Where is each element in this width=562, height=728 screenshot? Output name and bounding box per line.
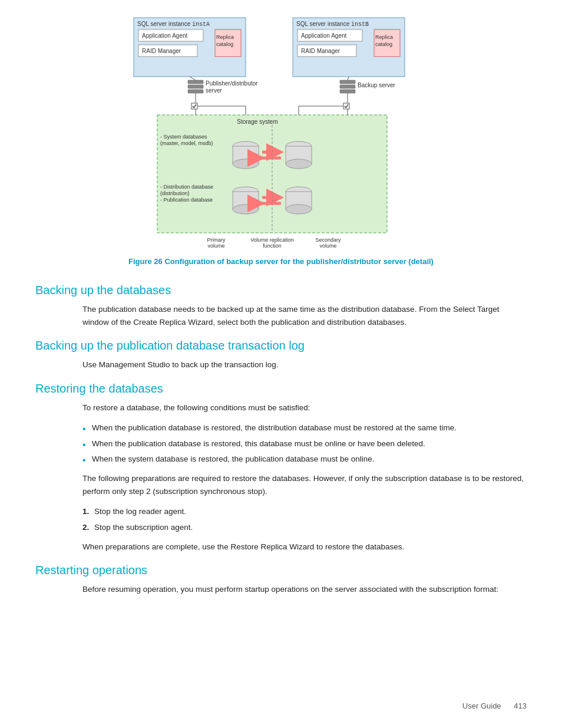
svg-text:catalog: catalog bbox=[375, 41, 392, 47]
section-body-restoring-prep: The following preparations are required … bbox=[82, 472, 527, 498]
svg-point-38 bbox=[286, 159, 312, 169]
ordered-item: 1.Stop the log reader agent. bbox=[82, 506, 527, 518]
svg-text:Application Agent: Application Agent bbox=[301, 32, 347, 39]
svg-text:Secondary: Secondary bbox=[315, 237, 341, 243]
section-restarting: Restarting operations Before resuming op… bbox=[35, 564, 527, 596]
svg-text:RAID Manager: RAID Manager bbox=[142, 48, 181, 54]
svg-point-47 bbox=[286, 205, 312, 214]
svg-line-28 bbox=[348, 77, 349, 80]
figure-caption: Figure 26 Configuration of backup server… bbox=[128, 257, 434, 266]
svg-text:Replica: Replica bbox=[216, 34, 234, 40]
svg-text:Publisher/distributor: Publisher/distributor bbox=[206, 80, 258, 87]
svg-rect-24 bbox=[340, 85, 355, 88]
svg-text:server: server bbox=[206, 87, 222, 94]
svg-text:catalog: catalog bbox=[216, 41, 233, 47]
section-body-backing-up-log: Use Management Studio to back up the tra… bbox=[82, 358, 527, 371]
svg-text:- System databases: - System databases bbox=[160, 134, 207, 140]
section-body-restoring-intro: To restore a database, the following con… bbox=[82, 401, 527, 414]
section-restoring: Restoring the databases To restore a dat… bbox=[35, 382, 527, 554]
restoring-ordered: 1.Stop the log reader agent. 2.Stop the … bbox=[82, 506, 527, 533]
svg-text:- Distribution database: - Distribution database bbox=[160, 184, 213, 190]
section-heading-restarting: Restarting operations bbox=[35, 564, 527, 577]
svg-text:(distribution): (distribution) bbox=[160, 190, 190, 196]
page-footer: User Guide 413 bbox=[462, 701, 527, 710]
footer-spacer bbox=[503, 701, 511, 710]
svg-point-44 bbox=[233, 205, 259, 214]
diagram-svg: SQL server instance instA Application Ag… bbox=[128, 12, 434, 253]
svg-text:Application Agent: Application Agent bbox=[142, 32, 188, 39]
footer-label: User Guide bbox=[462, 701, 501, 710]
svg-rect-25 bbox=[340, 90, 355, 93]
ordered-item: 2.Stop the subscription agent. bbox=[82, 522, 527, 533]
bullet-item: When the publication database is restore… bbox=[82, 422, 527, 434]
svg-text:Backup server: Backup server bbox=[358, 82, 396, 88]
svg-rect-57 bbox=[191, 103, 197, 109]
svg-line-27 bbox=[190, 77, 196, 80]
svg-rect-19 bbox=[188, 85, 203, 88]
section-heading-backing-up: Backing up the databases bbox=[35, 284, 527, 297]
bullet-item: When the publication database is restore… bbox=[82, 438, 527, 450]
svg-text:(master, model, msdb): (master, model, msdb) bbox=[160, 140, 213, 146]
svg-text:Primary: Primary bbox=[207, 237, 226, 243]
section-body-restoring-complete: When preparations are complete, use the … bbox=[82, 541, 527, 554]
svg-rect-20 bbox=[188, 90, 203, 93]
restoring-bullets: When the publication database is restore… bbox=[82, 422, 527, 465]
section-body-restarting: Before resuming operation, you must perf… bbox=[82, 583, 527, 596]
svg-text:RAID Manager: RAID Manager bbox=[301, 48, 340, 54]
bullet-item: When the system database is restored, th… bbox=[82, 453, 527, 465]
svg-rect-29 bbox=[157, 115, 387, 233]
svg-text:function: function bbox=[263, 243, 282, 249]
section-heading-backing-up-log: Backing up the publication database tran… bbox=[35, 339, 527, 353]
svg-rect-23 bbox=[340, 80, 355, 84]
svg-text:Volume replication: Volume replication bbox=[250, 237, 294, 243]
svg-text:volume: volume bbox=[319, 243, 336, 249]
svg-text:Storage system: Storage system bbox=[237, 118, 277, 125]
svg-text:SQL server instance instB: SQL server instance instB bbox=[296, 21, 369, 28]
svg-text:- Publication database: - Publication database bbox=[160, 197, 213, 203]
section-body-backing-up: The publication database needs to be bac… bbox=[82, 303, 527, 328]
svg-text:volume: volume bbox=[207, 243, 224, 249]
diagram-container: SQL server instance instA Application Ag… bbox=[35, 12, 527, 280]
section-backing-up-log: Backing up the publication database tran… bbox=[35, 339, 527, 371]
svg-rect-18 bbox=[188, 80, 203, 84]
svg-text:Replica: Replica bbox=[375, 34, 393, 40]
svg-rect-60 bbox=[343, 103, 349, 109]
page-number: 413 bbox=[514, 701, 527, 710]
svg-point-35 bbox=[233, 159, 259, 169]
section-heading-restoring: Restoring the databases bbox=[35, 382, 527, 396]
section-backing-up: Backing up the databases The publication… bbox=[35, 284, 527, 328]
svg-text:SQL server instance instA: SQL server instance instA bbox=[137, 21, 210, 28]
